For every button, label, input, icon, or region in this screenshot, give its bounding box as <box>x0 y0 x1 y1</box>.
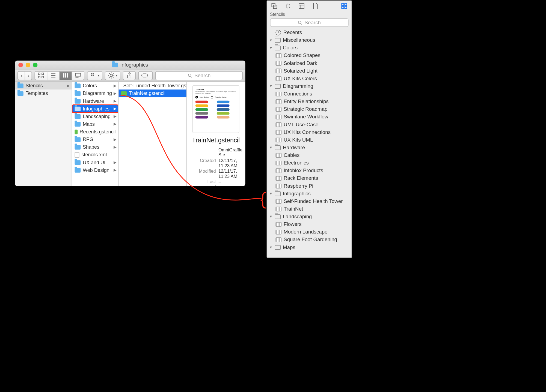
svg-point-17 <box>110 74 113 77</box>
forward-button[interactable]: › <box>25 71 32 80</box>
stencil-row[interactable]: Flowers <box>267 220 351 228</box>
stencil-row[interactable]: Modern Landscape <box>267 228 351 236</box>
stencil-row[interactable]: Rack Elements <box>267 174 351 182</box>
svg-line-25 <box>113 73 114 74</box>
stencil-row[interactable]: Entity Relationships <box>267 98 351 105</box>
stencil-row[interactable]: Solarized Dark <box>267 59 351 67</box>
category-row[interactable]: ▼ Infographics <box>267 190 351 197</box>
stencil-row[interactable]: Self-Funded Health Tower <box>267 197 351 205</box>
tab-layout[interactable] <box>298 2 305 10</box>
panel-tabs <box>267 1 351 11</box>
folder-outline-icon <box>275 45 281 50</box>
stencil-row[interactable]: UX Kits UML <box>267 136 351 143</box>
folder-outline-icon <box>275 145 281 150</box>
tag-icon <box>141 72 150 79</box>
disclosure-icon: ▼ <box>269 38 273 42</box>
file-icon <box>75 152 79 157</box>
action-button[interactable]: ▾ <box>105 71 120 80</box>
disclosure-icon: ▼ <box>269 146 273 149</box>
stencil-icon <box>75 129 77 134</box>
category-row[interactable]: ▼ Miscellaneous <box>267 36 351 44</box>
column0-row[interactable]: Stencils ▶ <box>15 82 72 89</box>
stencil-icon <box>275 53 281 58</box>
column1-row[interactable]: Hardware ▶ <box>72 97 118 105</box>
svg-rect-45 <box>342 3 344 5</box>
category-row[interactable]: ▼ Landscaping <box>267 213 351 220</box>
column1-row[interactable]: Colors ▶ <box>72 82 118 89</box>
category-row[interactable]: ▼ Diagramming <box>267 82 351 90</box>
svg-rect-46 <box>345 3 347 5</box>
stencil-icon <box>275 229 281 234</box>
column1-row[interactable]: Diagramming ▶ <box>72 89 118 97</box>
panel-search[interactable]: Search <box>270 18 349 27</box>
folder-icon <box>75 168 81 172</box>
window-close-button[interactable] <box>18 62 23 67</box>
stencil-row[interactable]: TrainNet <box>267 205 351 213</box>
stencil-row[interactable]: Colored Shapes <box>267 52 351 59</box>
finder-toolbar: ‹ › ▾ ▾ <box>15 70 245 82</box>
arrange-button[interactable]: ▾ <box>87 71 102 80</box>
svg-line-40 <box>286 7 286 8</box>
category-row[interactable]: ▼ Hardware <box>267 144 351 151</box>
stencil-row[interactable]: UML Use-Case <box>267 121 351 128</box>
tab-canvas[interactable] <box>271 2 278 10</box>
category-row[interactable]: ▼ Colors <box>267 44 351 52</box>
window-minimize-button[interactable] <box>26 62 30 67</box>
recents-row[interactable]: Recents <box>267 29 351 36</box>
folder-icon <box>17 83 23 88</box>
svg-rect-13 <box>91 73 92 74</box>
column0-row[interactable]: Templates <box>15 89 72 97</box>
view-mode-segment <box>35 71 85 80</box>
stencil-row[interactable]: Electronics <box>267 159 351 167</box>
column2-row[interactable]: Self-Funded Health Tower.gstencil <box>118 82 186 89</box>
tags-button[interactable] <box>138 71 153 80</box>
svg-rect-14 <box>93 73 94 74</box>
column2-row[interactable]: TrainNet.gstencil <box>118 89 186 97</box>
finder-search[interactable]: Search <box>155 71 243 80</box>
stencils-panel: Stencils Search Recents ▼ Miscellaneous … <box>267 1 352 258</box>
column1-row[interactable]: Web Design ▶ <box>72 166 118 174</box>
tab-document[interactable] <box>311 2 319 10</box>
stencil-row[interactable]: Square Foot Gardening <box>267 236 351 243</box>
finder-titlebar[interactable]: Infographics <box>15 61 245 70</box>
view-gallery-button[interactable] <box>72 71 85 80</box>
category-row[interactable]: ▼ Maps <box>267 243 351 251</box>
column1-row[interactable]: Infographics ▶ <box>72 105 118 112</box>
column1-row[interactable]: UX and UI ▶ <box>72 158 118 166</box>
stencil-row[interactable]: UX Kits Colors <box>267 74 351 82</box>
share-button[interactable] <box>123 71 136 80</box>
tab-stencils[interactable] <box>340 2 348 10</box>
columns-icon <box>63 72 69 79</box>
column1-row[interactable]: Landscaping ▶ <box>72 113 118 120</box>
folder-icon <box>75 160 81 165</box>
view-columns-button[interactable] <box>60 71 72 80</box>
column1-row[interactable]: Shapes ▶ <box>72 143 118 151</box>
back-button[interactable]: ‹ <box>17 71 25 80</box>
svg-rect-8 <box>65 73 67 78</box>
view-icons-button[interactable] <box>35 71 48 80</box>
view-list-button[interactable] <box>48 71 60 80</box>
folder-outline-icon <box>275 214 281 219</box>
stencil-row[interactable]: UX Kits Connections <box>267 128 351 136</box>
folder-icon <box>75 91 81 96</box>
column1-row[interactable]: Recents.gstencil <box>72 128 118 136</box>
stencil-row[interactable]: Swimlane Workflow <box>267 113 351 121</box>
svg-line-24 <box>109 77 110 77</box>
stencil-row[interactable]: Raspberry Pi <box>267 182 351 190</box>
stencil-row[interactable]: Solarized Light <box>267 67 351 74</box>
svg-line-41 <box>289 4 290 4</box>
folder-icon <box>17 91 23 96</box>
stencil-row[interactable]: Strategic Roadmap <box>267 105 351 113</box>
svg-rect-9 <box>67 73 69 78</box>
window-zoom-button[interactable] <box>33 62 37 67</box>
stencil-row[interactable]: Connections <box>267 90 351 98</box>
tab-settings[interactable] <box>284 2 292 10</box>
stencil-row[interactable]: Infoblox Products <box>267 167 351 174</box>
svg-line-30 <box>191 76 192 77</box>
column1-row[interactable]: stencils.xml <box>72 151 118 158</box>
column1-row[interactable]: RPG ▶ <box>72 136 118 143</box>
column1-row[interactable]: Maps ▶ <box>72 120 118 128</box>
stencil-icon <box>275 199 281 204</box>
disclosure-icon: ▼ <box>269 84 273 88</box>
stencil-row[interactable]: Cables <box>267 151 351 159</box>
